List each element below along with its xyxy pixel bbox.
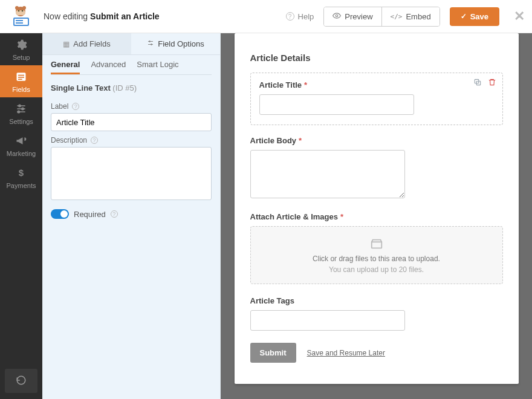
tab-field-options-label: Field Options (158, 39, 204, 48)
svg-point-10 (336, 15, 339, 17)
field-label: Attach Article & Images * (250, 212, 503, 221)
required-toggle[interactable] (51, 209, 69, 219)
now-editing-label: Now editing Submit an Article (44, 11, 160, 21)
tab-add-fields-label: Add Fields (73, 39, 110, 48)
label-text: Label (51, 102, 68, 111)
field-label: Article Title * (259, 80, 494, 89)
field-id-label: (ID #5) (112, 83, 137, 92)
help-link[interactable]: ? Help (286, 12, 314, 21)
field-actions (473, 78, 496, 88)
svg-rect-9 (16, 22, 23, 24)
nav-marketing[interactable]: Marketing (0, 129, 42, 161)
svg-rect-12 (18, 75, 24, 76)
help-icon[interactable]: ? (72, 103, 79, 110)
nav-payments-label: Payments (7, 182, 36, 189)
help-icon: ? (286, 12, 294, 21)
field-article-body[interactable]: Article Body * (250, 136, 503, 200)
app-logo (7, 4, 34, 28)
side-tabs: ▦ Add Fields Field Options (42, 33, 220, 55)
form-icon (15, 70, 27, 83)
save-label: Save (470, 12, 488, 21)
sliders-small-icon (147, 39, 154, 48)
submit-row: Submit Save and Resume Later (250, 343, 503, 363)
save-button[interactable]: ✓ Save (450, 7, 499, 26)
nav-settings[interactable]: Settings (0, 97, 42, 129)
submit-button[interactable]: Submit (250, 343, 296, 363)
svg-point-18 (22, 108, 24, 109)
preview-embed-group: Preview </> Embed (323, 7, 440, 27)
help-icon[interactable]: ? (91, 137, 98, 144)
tab-add-fields[interactable]: ▦ Add Fields (42, 33, 131, 54)
svg-point-23 (149, 41, 151, 42)
nav-payments[interactable]: $ Payments (0, 161, 42, 193)
label-input[interactable] (51, 113, 212, 131)
code-icon: </> (391, 13, 403, 21)
duplicate-icon[interactable] (473, 78, 482, 88)
sub-tabs: General Advanced Smart Logic (42, 55, 220, 74)
embed-label: Embed (406, 12, 430, 21)
embed-button[interactable]: </> Embed (381, 7, 440, 26)
tab-field-options[interactable]: Field Options (131, 33, 220, 54)
field-label-text: Attach Article & Images (250, 212, 338, 221)
svg-point-16 (19, 105, 21, 106)
save-resume-link[interactable]: Save and Resume Later (307, 349, 385, 357)
field-label-text: Article Title (259, 80, 302, 89)
preview-label: Preview (345, 12, 372, 21)
svg-rect-14 (18, 79, 22, 80)
article-tags-input[interactable] (250, 310, 405, 331)
nav-setup-label: Setup (13, 54, 30, 61)
svg-point-2 (22, 6, 26, 10)
nav-fields[interactable]: Fields (0, 65, 42, 97)
topbar: Now editing Submit an Article ? Help Pre… (0, 0, 532, 33)
required-star: * (304, 80, 307, 89)
svg-rect-13 (18, 77, 24, 78)
field-id-row: Single Line Text (ID #5) (42, 81, 220, 94)
svg-rect-3 (16, 10, 25, 15)
history-icon (16, 375, 27, 388)
sliders-icon (15, 102, 27, 115)
svg-point-20 (18, 111, 19, 112)
description-input[interactable] (51, 147, 212, 200)
nav-history[interactable] (5, 369, 37, 393)
field-label-text: Article Tags (250, 296, 294, 305)
file-uploader[interactable]: Click or drag files to this area to uplo… (250, 226, 503, 284)
sub-tab-advanced[interactable]: Advanced (91, 60, 126, 74)
article-title-input[interactable] (259, 94, 414, 115)
trash-icon[interactable] (488, 78, 496, 88)
dollar-icon: $ (15, 166, 27, 180)
upload-line2: You can upload up to 20 files. (329, 265, 424, 274)
sub-tab-smart-logic[interactable]: Smart Logic (137, 60, 178, 74)
preview-button[interactable]: Preview (324, 7, 381, 26)
description-text: Description (51, 136, 87, 144)
field-attach[interactable]: Attach Article & Images * Click or drag … (250, 212, 503, 284)
grid-icon: ▦ (63, 40, 70, 48)
close-icon[interactable]: ✕ (514, 10, 525, 23)
section-title: Article Details (250, 53, 503, 63)
svg-rect-8 (16, 20, 23, 21)
help-icon[interactable]: ? (111, 210, 118, 218)
article-body-input[interactable] (250, 150, 405, 198)
required-star: * (340, 212, 343, 221)
left-nav: Setup Fields Settings Marketing $ Paymen… (0, 33, 42, 399)
svg-rect-7 (15, 19, 28, 25)
gear-icon (15, 38, 27, 51)
field-article-tags[interactable]: Article Tags (250, 296, 503, 331)
field-label-text: Article Body (250, 136, 297, 145)
field-article-title[interactable]: Article Title * (250, 73, 503, 125)
svg-point-1 (15, 6, 19, 10)
nav-setup[interactable]: Setup (0, 33, 42, 65)
form-card: Article Details Article Title * (235, 33, 519, 384)
nav-fields-label: Fields (12, 86, 30, 93)
required-row: Required ? (51, 209, 212, 219)
nav-settings-label: Settings (9, 118, 33, 125)
description-row: Description ? (51, 136, 212, 144)
megaphone-icon (15, 134, 27, 148)
now-editing-prefix: Now editing (44, 11, 88, 21)
label-row: Label ? (51, 102, 212, 111)
upload-line1: Click or drag files to this area to uplo… (313, 255, 440, 263)
nav-marketing-label: Marketing (7, 150, 36, 157)
field-label: Article Body * (250, 136, 503, 145)
eye-icon (332, 11, 341, 22)
form-canvas: Article Details Article Title * (221, 33, 532, 399)
sub-tab-general[interactable]: General (51, 60, 80, 74)
